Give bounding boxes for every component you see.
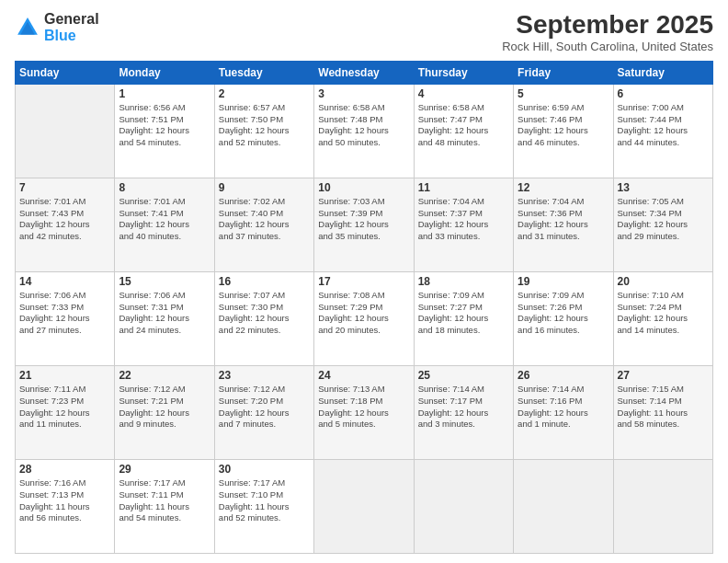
calendar-cell: 24Sunrise: 7:13 AMSunset: 7:18 PMDayligh… — [314, 365, 414, 459]
weekday-monday: Monday — [115, 61, 214, 84]
day-info: Sunrise: 7:07 AMSunset: 7:30 PMDaylight:… — [219, 290, 310, 337]
calendar-cell — [613, 459, 712, 553]
calendar-cell: 17Sunrise: 7:08 AMSunset: 7:29 PMDayligh… — [314, 271, 414, 365]
day-info: Sunrise: 6:58 AMSunset: 7:47 PMDaylight:… — [418, 102, 509, 149]
logo: General Blue — [15, 11, 99, 43]
day-number: 6 — [618, 87, 709, 100]
day-info: Sunrise: 7:04 AMSunset: 7:36 PMDaylight:… — [518, 196, 609, 243]
calendar-cell: 23Sunrise: 7:12 AMSunset: 7:20 PMDayligh… — [214, 365, 313, 459]
day-info: Sunrise: 7:13 AMSunset: 7:18 PMDaylight:… — [318, 384, 409, 431]
calendar-cell: 22Sunrise: 7:12 AMSunset: 7:21 PMDayligh… — [115, 365, 214, 459]
calendar-cell: 20Sunrise: 7:10 AMSunset: 7:24 PMDayligh… — [613, 271, 712, 365]
day-number: 19 — [518, 275, 609, 288]
day-number: 20 — [618, 275, 709, 288]
day-info: Sunrise: 7:08 AMSunset: 7:29 PMDaylight:… — [318, 290, 409, 337]
day-info: Sunrise: 7:06 AMSunset: 7:31 PMDaylight:… — [119, 290, 210, 337]
day-number: 28 — [19, 463, 110, 476]
week-row-5: 28Sunrise: 7:16 AMSunset: 7:13 PMDayligh… — [16, 459, 713, 553]
weekday-wednesday: Wednesday — [314, 61, 414, 84]
location: Rock Hill, South Carolina, United States — [502, 40, 713, 53]
day-number: 18 — [418, 275, 509, 288]
day-info: Sunrise: 7:11 AMSunset: 7:23 PMDaylight:… — [19, 384, 110, 431]
calendar-cell — [16, 84, 115, 178]
day-info: Sunrise: 7:15 AMSunset: 7:14 PMDaylight:… — [618, 384, 709, 431]
calendar-cell: 21Sunrise: 7:11 AMSunset: 7:23 PMDayligh… — [16, 365, 115, 459]
calendar-cell: 15Sunrise: 7:06 AMSunset: 7:31 PMDayligh… — [115, 271, 214, 365]
calendar-table: SundayMondayTuesdayWednesdayThursdayFrid… — [15, 61, 713, 554]
calendar-cell: 12Sunrise: 7:04 AMSunset: 7:36 PMDayligh… — [514, 178, 613, 271]
calendar-cell: 28Sunrise: 7:16 AMSunset: 7:13 PMDayligh… — [16, 459, 115, 553]
day-info: Sunrise: 7:02 AMSunset: 7:40 PMDaylight:… — [219, 196, 310, 243]
day-number: 11 — [418, 181, 509, 194]
day-info: Sunrise: 7:03 AMSunset: 7:39 PMDaylight:… — [318, 196, 409, 243]
calendar-cell: 27Sunrise: 7:15 AMSunset: 7:14 PMDayligh… — [613, 365, 712, 459]
day-number: 17 — [318, 275, 409, 288]
day-number: 13 — [618, 181, 709, 194]
calendar-cell: 30Sunrise: 7:17 AMSunset: 7:10 PMDayligh… — [214, 459, 313, 553]
day-info: Sunrise: 7:14 AMSunset: 7:17 PMDaylight:… — [418, 384, 509, 431]
day-number: 23 — [219, 369, 310, 382]
day-number: 21 — [19, 369, 110, 382]
page: General Blue September 2025 Rock Hill, S… — [0, 0, 728, 563]
calendar-cell: 14Sunrise: 7:06 AMSunset: 7:33 PMDayligh… — [16, 271, 115, 365]
day-number: 29 — [119, 463, 210, 476]
header: General Blue September 2025 Rock Hill, S… — [15, 11, 713, 53]
calendar-cell — [514, 459, 613, 553]
calendar-cell — [414, 459, 513, 553]
day-info: Sunrise: 7:17 AMSunset: 7:10 PMDaylight:… — [219, 477, 310, 524]
week-row-3: 14Sunrise: 7:06 AMSunset: 7:33 PMDayligh… — [16, 271, 713, 365]
weekday-sunday: Sunday — [16, 61, 115, 84]
weekday-saturday: Saturday — [613, 61, 712, 84]
calendar-cell: 5Sunrise: 6:59 AMSunset: 7:46 PMDaylight… — [514, 84, 613, 178]
day-info: Sunrise: 6:59 AMSunset: 7:46 PMDaylight:… — [518, 102, 609, 149]
day-number: 4 — [418, 87, 509, 100]
day-number: 22 — [119, 369, 210, 382]
day-number: 12 — [518, 181, 609, 194]
day-info: Sunrise: 7:01 AMSunset: 7:43 PMDaylight:… — [19, 196, 110, 243]
calendar-cell: 16Sunrise: 7:07 AMSunset: 7:30 PMDayligh… — [214, 271, 313, 365]
day-info: Sunrise: 6:57 AMSunset: 7:50 PMDaylight:… — [219, 102, 310, 149]
day-info: Sunrise: 7:12 AMSunset: 7:20 PMDaylight:… — [219, 384, 310, 431]
calendar-cell: 11Sunrise: 7:04 AMSunset: 7:37 PMDayligh… — [414, 178, 513, 271]
day-info: Sunrise: 7:09 AMSunset: 7:26 PMDaylight:… — [518, 290, 609, 337]
week-row-2: 7Sunrise: 7:01 AMSunset: 7:43 PMDaylight… — [16, 178, 713, 271]
calendar-cell: 4Sunrise: 6:58 AMSunset: 7:47 PMDaylight… — [414, 84, 513, 178]
day-number: 30 — [219, 463, 310, 476]
day-info: Sunrise: 6:56 AMSunset: 7:51 PMDaylight:… — [119, 102, 210, 149]
day-number: 26 — [518, 369, 609, 382]
calendar-cell: 25Sunrise: 7:14 AMSunset: 7:17 PMDayligh… — [414, 365, 513, 459]
day-number: 16 — [219, 275, 310, 288]
day-number: 27 — [618, 369, 709, 382]
calendar-cell: 1Sunrise: 6:56 AMSunset: 7:51 PMDaylight… — [115, 84, 214, 178]
calendar-cell: 26Sunrise: 7:14 AMSunset: 7:16 PMDayligh… — [514, 365, 613, 459]
calendar-cell: 7Sunrise: 7:01 AMSunset: 7:43 PMDaylight… — [16, 178, 115, 271]
day-info: Sunrise: 7:06 AMSunset: 7:33 PMDaylight:… — [19, 290, 110, 337]
day-number: 14 — [19, 275, 110, 288]
weekday-friday: Friday — [514, 61, 613, 84]
day-number: 10 — [318, 181, 409, 194]
day-info: Sunrise: 7:12 AMSunset: 7:21 PMDaylight:… — [119, 384, 210, 431]
calendar-cell: 18Sunrise: 7:09 AMSunset: 7:27 PMDayligh… — [414, 271, 513, 365]
day-info: Sunrise: 7:09 AMSunset: 7:27 PMDaylight:… — [418, 290, 509, 337]
calendar-cell: 6Sunrise: 7:00 AMSunset: 7:44 PMDaylight… — [613, 84, 712, 178]
logo-text: General Blue — [44, 11, 99, 43]
week-row-4: 21Sunrise: 7:11 AMSunset: 7:23 PMDayligh… — [16, 365, 713, 459]
weekday-thursday: Thursday — [414, 61, 513, 84]
day-info: Sunrise: 7:01 AMSunset: 7:41 PMDaylight:… — [119, 196, 210, 243]
title-area: September 2025 Rock Hill, South Carolina… — [502, 11, 713, 53]
day-info: Sunrise: 7:04 AMSunset: 7:37 PMDaylight:… — [418, 196, 509, 243]
day-number: 7 — [19, 181, 110, 194]
day-number: 5 — [518, 87, 609, 100]
weekday-tuesday: Tuesday — [214, 61, 313, 84]
day-number: 15 — [119, 275, 210, 288]
calendar-cell — [314, 459, 414, 553]
day-info: Sunrise: 7:00 AMSunset: 7:44 PMDaylight:… — [618, 102, 709, 149]
day-number: 24 — [318, 369, 409, 382]
day-number: 9 — [219, 181, 310, 194]
day-info: Sunrise: 7:05 AMSunset: 7:34 PMDaylight:… — [618, 196, 709, 243]
calendar-cell: 10Sunrise: 7:03 AMSunset: 7:39 PMDayligh… — [314, 178, 414, 271]
logo-icon — [15, 15, 40, 40]
weekday-header-row: SundayMondayTuesdayWednesdayThursdayFrid… — [16, 61, 713, 84]
calendar-cell: 2Sunrise: 6:57 AMSunset: 7:50 PMDaylight… — [214, 84, 313, 178]
day-number: 1 — [119, 87, 210, 100]
